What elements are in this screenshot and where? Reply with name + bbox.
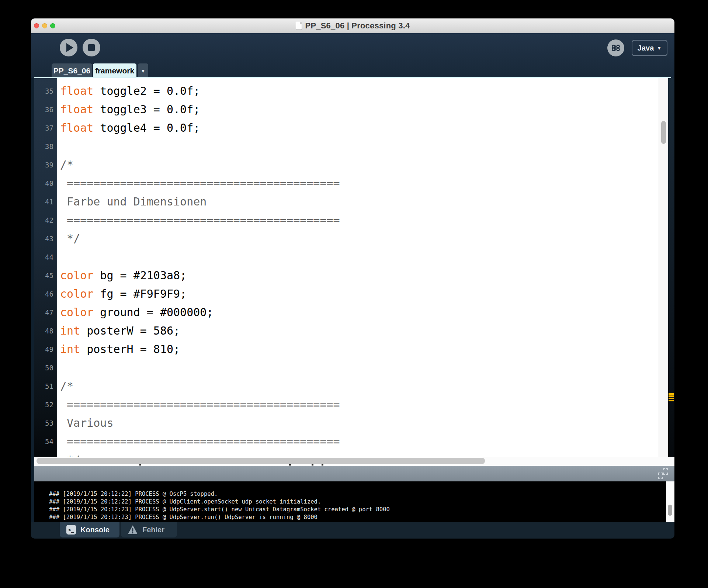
clipped-code-sliver	[322, 464, 323, 466]
stop-button[interactable]	[83, 39, 100, 56]
line-number: 52	[34, 395, 57, 414]
line-number: 41	[34, 193, 57, 211]
bottom-tab-bar: >_ Konsole Fehler	[31, 522, 674, 539]
terminal-icon: >_	[66, 525, 76, 535]
chevron-down-icon: ▼	[141, 68, 146, 74]
mode-selector-button[interactable]: Java ▼	[632, 40, 667, 56]
console-line: ### [2019/1/15 20:12:23] PROCESS @ UdpSe…	[49, 506, 666, 513]
stop-icon	[88, 44, 95, 51]
debug-butterfly-icon	[611, 43, 621, 53]
code-line: */	[60, 451, 659, 457]
tab-framework[interactable]: framework	[93, 63, 136, 78]
tab-fehler[interactable]: Fehler	[121, 522, 177, 537]
console-scroll-thumb[interactable]	[668, 505, 672, 516]
code-line: float toggle3 = 0.0f;	[60, 100, 659, 119]
debug-button[interactable]	[607, 39, 624, 56]
line-number: 42	[34, 211, 57, 229]
tab-label: PP_S6_06	[53, 66, 90, 75]
console-line: ### [2019/1/15 20:12:23] PROCESS @ UdpSe…	[49, 513, 666, 521]
line-number	[34, 451, 57, 457]
tab-pp-s6-06[interactable]: PP_S6_06	[52, 63, 92, 78]
chevron-down-icon: ▼	[657, 45, 662, 51]
code-line	[60, 359, 659, 377]
code-line: float toggle4 = 0.0f;	[60, 119, 659, 137]
line-number: 39	[34, 156, 57, 174]
warning-marker[interactable]	[669, 393, 674, 402]
clipped-code-sliver	[312, 464, 313, 466]
clipped-code-sliver	[139, 464, 141, 466]
tab-konsole[interactable]: >_ Konsole	[60, 522, 119, 537]
code-line: */	[60, 229, 659, 248]
clipped-code-sliver	[289, 464, 291, 466]
line-number: 40	[34, 174, 57, 193]
line-number: 53	[34, 414, 57, 432]
code-line: /*	[60, 156, 659, 174]
line-number: 50	[34, 359, 57, 377]
window-title: PP_S6_06 | Processing 3.4	[305, 21, 410, 31]
code-line: ========================================…	[60, 432, 659, 451]
line-number: 44	[34, 248, 57, 266]
console-scrollbar[interactable]	[666, 481, 674, 522]
console-line: ### [2019/1/15 20:12:22] PROCESS @ OscP5…	[49, 490, 666, 498]
processing-ide-window: PP_S6_06 | Processing 3.4 Java ▼ PP_S6_	[31, 18, 674, 539]
console-line: ### [2019/1/15 20:12:22] PROCESS @ UdpCl…	[49, 498, 666, 506]
window-title-group: PP_S6_06 | Processing 3.4	[31, 18, 674, 33]
code-line: Various	[60, 414, 659, 432]
fehler-tab-label: Fehler	[142, 526, 164, 534]
code-line: ========================================…	[60, 395, 659, 414]
line-number: 45	[34, 266, 57, 285]
run-button[interactable]	[60, 39, 77, 56]
play-icon	[66, 43, 73, 52]
line-number: 35	[34, 82, 57, 100]
mode-label: Java	[638, 44, 654, 52]
code-line	[60, 137, 659, 156]
code-line: int posterW = 586;	[60, 322, 659, 340]
code-line: ========================================…	[60, 211, 659, 229]
line-number: 37	[34, 119, 57, 137]
line-number: 47	[34, 303, 57, 322]
console-output: ### [2019/1/15 20:12:22] PROCESS @ OscP5…	[34, 481, 666, 522]
editor-tab-row: PP_S6_06 framework ▼	[31, 63, 674, 78]
editor-vertical-scrollbar[interactable]	[659, 78, 668, 457]
screen: { "window": { "title": "PP_S6_06 | Proce…	[0, 0, 708, 588]
code-line: int posterH = 810;	[60, 340, 659, 359]
warning-icon	[128, 525, 138, 535]
tab-menu-button[interactable]: ▼	[138, 63, 148, 78]
code-line: ========================================…	[60, 174, 659, 193]
horizontal-scroll-thumb[interactable]	[37, 458, 485, 464]
line-number: 46	[34, 285, 57, 303]
code-line: /*	[60, 377, 659, 395]
code-line: float toggle2 = 0.0f;	[60, 82, 659, 100]
line-number: 48	[34, 322, 57, 340]
editor-horizontal-scrollbar[interactable]	[34, 457, 674, 466]
line-number: 36	[34, 100, 57, 119]
line-number: 43	[34, 229, 57, 248]
code-line: color bg = #2103a8;	[60, 266, 659, 285]
code-line: Farbe und Dimensionen	[60, 193, 659, 211]
line-number: 38	[34, 137, 57, 156]
konsole-tab-label: Konsole	[80, 526, 110, 534]
code-line	[60, 248, 659, 266]
gutter: 3536373839404142434445464748495051525354	[34, 78, 57, 457]
vertical-scroll-thumb[interactable]	[661, 121, 666, 144]
document-icon	[296, 22, 302, 30]
title-bar[interactable]: PP_S6_06 | Processing 3.4	[31, 18, 674, 34]
line-number: 51	[34, 377, 57, 395]
code-editor[interactable]: float toggle2 = 0.0f;float toggle3 = 0.0…	[57, 78, 659, 457]
code-line: color ground = #000000;	[60, 303, 659, 322]
copy-icon[interactable]	[658, 468, 668, 479]
line-number: 54	[34, 432, 57, 451]
console-splitter[interactable]	[34, 466, 674, 481]
editor-marker-column	[668, 78, 674, 466]
line-number: 49	[34, 340, 57, 359]
code-line: color fg = #F9F9F9;	[60, 285, 659, 303]
tab-label: framework	[95, 66, 134, 75]
